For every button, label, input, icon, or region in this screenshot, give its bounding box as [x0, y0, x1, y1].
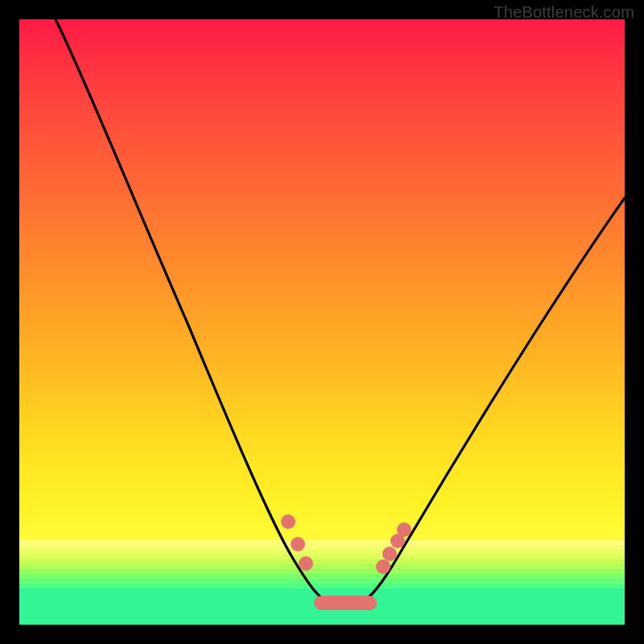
svg-point-0 — [281, 514, 295, 529]
svg-point-4 — [382, 547, 397, 561]
svg-point-1 — [291, 537, 305, 551]
left-cluster-markers — [281, 514, 313, 571]
trough-bar-marker — [314, 596, 377, 610]
svg-point-2 — [299, 556, 313, 571]
bottleneck-curve — [56, 19, 625, 602]
outer-frame: TheBottleneck.com — [0, 0, 644, 644]
svg-point-6 — [397, 522, 411, 537]
svg-point-3 — [376, 559, 390, 574]
watermark-text: TheBottleneck.com — [493, 3, 634, 22]
chart-svg — [19, 19, 625, 625]
